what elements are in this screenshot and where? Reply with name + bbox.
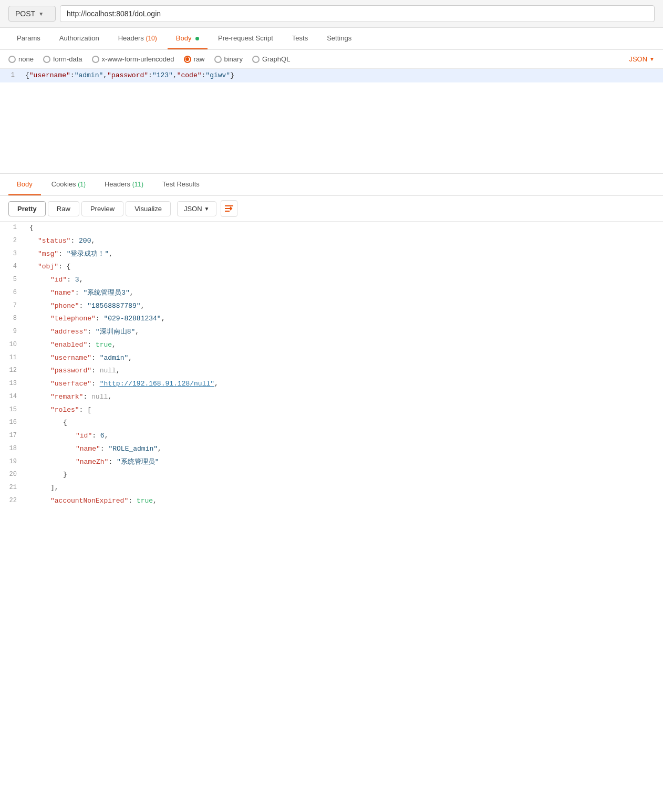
cookies-badge: (1) xyxy=(78,181,86,188)
url-input[interactable] xyxy=(60,5,655,22)
option-binary[interactable]: binary xyxy=(214,55,243,63)
resp-line-9: 9 "address": "深圳南山8", xyxy=(0,326,663,339)
radio-binary xyxy=(214,56,222,63)
resp-line-12: 12 "password": null, xyxy=(0,365,663,378)
resp-tab-headers[interactable]: Headers (11) xyxy=(96,174,152,195)
btn-visualize[interactable]: Visualize xyxy=(126,201,171,216)
resp-headers-badge: (11) xyxy=(132,181,143,188)
body-dot xyxy=(195,37,199,40)
tab-settings[interactable]: Settings xyxy=(318,28,360,49)
json-type-arrow: ▼ xyxy=(649,56,655,62)
resp-line-10: 10 "enabled": true, xyxy=(0,339,663,352)
resp-line-17: 17 "id": 6, xyxy=(0,430,663,443)
url-bar: POST ▼ xyxy=(0,0,663,28)
resp-line-11: 11 "username": "admin", xyxy=(0,352,663,365)
radio-raw xyxy=(184,56,191,63)
resp-line-2: 2 "status": 200, xyxy=(0,235,663,248)
tab-headers[interactable]: Headers (10) xyxy=(110,28,165,49)
line-num-1: 1 xyxy=(0,69,21,80)
option-raw[interactable]: raw xyxy=(184,55,205,63)
resp-line-16: 16 { xyxy=(0,417,663,430)
code-line-1: 1 {"username":"admin","password":"123","… xyxy=(0,69,663,82)
resp-line-4: 4 "obj": { xyxy=(0,261,663,274)
tab-pre-request[interactable]: Pre-request Script xyxy=(210,28,282,49)
resp-line-6: 6 "name": "系统管理员3", xyxy=(0,287,663,300)
btn-raw[interactable]: Raw xyxy=(48,201,79,216)
response-toolbar: Pretty Raw Preview Visualize JSON ▼ xyxy=(0,196,663,222)
btn-pretty[interactable]: Pretty xyxy=(8,201,46,216)
response-format-selector[interactable]: JSON ▼ xyxy=(177,201,216,216)
resp-line-13: 13 "userface": "http://192.168.91.128/nu… xyxy=(0,378,663,391)
response-tabs: Body Cookies (1) Headers (11) Test Resul… xyxy=(0,174,663,196)
method-selector[interactable]: POST ▼ xyxy=(8,6,56,22)
resp-tab-test-results[interactable]: Test Results xyxy=(154,174,208,195)
headers-badge: (10) xyxy=(146,35,157,42)
resp-line-7: 7 "phone": "18568887789", xyxy=(0,300,663,313)
resp-line-22: 22 "accountNonExpired": true, xyxy=(0,495,663,508)
wrap-button[interactable] xyxy=(221,200,237,217)
radio-urlencoded xyxy=(92,56,99,63)
radio-none xyxy=(8,56,16,63)
resp-line-21: 21 ], xyxy=(0,482,663,495)
option-graphql[interactable]: GraphQL xyxy=(252,55,290,63)
tab-params[interactable]: Params xyxy=(8,28,49,49)
resp-line-1: 1 { xyxy=(0,222,663,235)
resp-tab-cookies[interactable]: Cookies (1) xyxy=(43,174,94,195)
radio-graphql xyxy=(252,56,260,63)
option-urlencoded[interactable]: x-www-form-urlencoded xyxy=(92,55,174,63)
resp-line-3: 3 "msg": "登录成功！", xyxy=(0,248,663,261)
btn-preview[interactable]: Preview xyxy=(81,201,123,216)
option-none[interactable]: none xyxy=(8,55,34,63)
tab-authorization[interactable]: Authorization xyxy=(51,28,108,49)
wrap-icon xyxy=(224,204,234,213)
resp-line-19: 19 "nameZh": "系统管理员" xyxy=(0,456,663,469)
request-body-editor[interactable]: 1 {"username":"admin","password":"123","… xyxy=(0,69,663,174)
resp-line-15: 15 "roles": [ xyxy=(0,404,663,417)
method-dropdown-arrow: ▼ xyxy=(38,11,44,17)
tab-tests[interactable]: Tests xyxy=(284,28,316,49)
request-tabs: Params Authorization Headers (10) Body P… xyxy=(0,28,663,50)
option-form-data[interactable]: form-data xyxy=(43,55,82,63)
resp-line-14: 14 "remark": null, xyxy=(0,391,663,404)
resp-line-5: 5 "id": 3, xyxy=(0,274,663,287)
resp-line-18: 18 "name": "ROLE_admin", xyxy=(0,443,663,456)
resp-tab-body[interactable]: Body xyxy=(8,174,41,195)
method-label: POST xyxy=(15,9,35,18)
response-body: 1 { 2 "status": 200, 3 "msg": "登录成功！", 4… xyxy=(0,222,663,508)
tab-body[interactable]: Body xyxy=(168,28,208,49)
line-content-1: {"username":"admin","password":"123","co… xyxy=(21,69,663,82)
resp-line-8: 8 "telephone": "029-82881234", xyxy=(0,313,663,326)
resp-line-20: 20 } xyxy=(0,469,663,482)
radio-form-data xyxy=(43,56,50,63)
json-type-selector[interactable]: JSON ▼ xyxy=(629,55,655,63)
body-options: none form-data x-www-form-urlencoded raw… xyxy=(0,50,663,69)
